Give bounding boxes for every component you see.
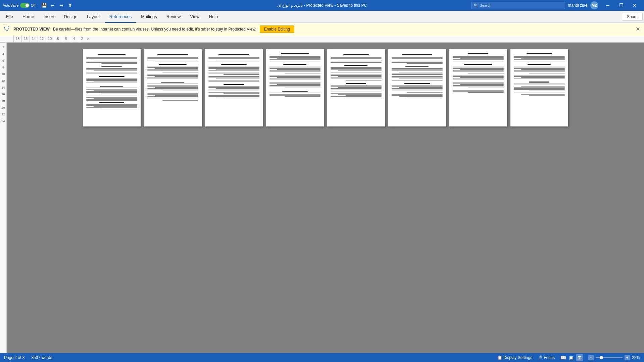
quick-access-toolbar: 💾 ↩ ↪ ⬆ bbox=[41, 2, 73, 8]
ruler-mark-18: 18 bbox=[13, 35, 21, 43]
autosave-label: AutoSave bbox=[3, 3, 19, 7]
tab-help[interactable]: Help bbox=[204, 11, 222, 23]
tab-design[interactable]: Design bbox=[59, 11, 82, 23]
title-bar: AutoSave Off 💾 ↩ ↪ ⬆ باتری و انواع آن - … bbox=[0, 0, 644, 11]
autosave-area: AutoSave Off bbox=[3, 3, 36, 8]
page-3 bbox=[205, 49, 263, 126]
page-4 bbox=[266, 49, 324, 126]
search-placeholder: Search bbox=[480, 3, 491, 7]
search-icon: 🔍 bbox=[474, 3, 478, 8]
tab-insert[interactable]: Insert bbox=[39, 11, 59, 23]
page-8-content bbox=[510, 49, 568, 100]
user-name: mahdi ziaei bbox=[568, 3, 588, 8]
ruler-mark-2: 2 bbox=[78, 35, 86, 43]
page-1-content bbox=[83, 49, 141, 114]
ruler-end-marker: ✕ bbox=[87, 37, 90, 41]
page-3-content bbox=[205, 49, 263, 104]
view-buttons: 📖 ▣ ⊞ bbox=[560, 354, 583, 361]
protected-message: Be careful—files from the Internet can c… bbox=[53, 27, 256, 32]
zoom-slider-area: − + 22% bbox=[588, 355, 640, 360]
ruler-mark-10: 10 bbox=[46, 35, 54, 43]
minimize-button[interactable]: ─ bbox=[601, 0, 614, 11]
restore-button[interactable]: ❐ bbox=[614, 0, 628, 11]
autosave-state: Off bbox=[31, 3, 36, 7]
zoom-level: 22% bbox=[632, 355, 640, 360]
page-7-content bbox=[449, 49, 507, 97]
ruler-mark-4: 4 bbox=[70, 35, 78, 43]
page-4-content bbox=[266, 49, 324, 101]
read-view-button[interactable]: 📖 bbox=[560, 354, 567, 361]
focus-button[interactable]: 🔎 Focus bbox=[538, 355, 555, 360]
status-bar: Page 2 of 8 3537 words 📋 Display Setting… bbox=[0, 353, 644, 362]
protected-label: PROTECTED VIEW bbox=[13, 27, 50, 32]
title-bar-left: AutoSave Off 💾 ↩ ↪ ⬆ bbox=[3, 2, 73, 8]
autosave-toggle[interactable] bbox=[20, 3, 30, 8]
ruler-mark-14: 14 bbox=[30, 35, 38, 43]
ruler-content: 18 16 14 12 10 8 6 4 2 bbox=[13, 35, 86, 43]
user-info: mahdi ziaei MZ bbox=[568, 1, 598, 9]
document-canvas[interactable] bbox=[7, 43, 644, 353]
web-view-button[interactable]: ⊞ bbox=[576, 354, 583, 361]
redo-icon[interactable]: ↪ bbox=[58, 2, 64, 8]
zoom-in-button[interactable]: + bbox=[625, 355, 630, 360]
zoom-out-button[interactable]: − bbox=[588, 355, 594, 360]
user-avatar[interactable]: MZ bbox=[590, 1, 598, 9]
pages-row bbox=[83, 49, 568, 126]
title-bar-right: 🔍 Search mahdi ziaei MZ ─ ❐ ✕ bbox=[471, 0, 641, 11]
tab-view[interactable]: View bbox=[185, 11, 204, 23]
page-7 bbox=[449, 49, 507, 126]
page-1 bbox=[83, 49, 141, 126]
page-8 bbox=[510, 49, 568, 126]
display-settings-button[interactable]: 📋 Display Settings bbox=[497, 355, 532, 360]
ruler-mark-6: 6 bbox=[62, 35, 70, 43]
tab-layout[interactable]: Layout bbox=[82, 11, 105, 23]
page-2 bbox=[144, 49, 202, 126]
protected-icon: 🛡 bbox=[4, 25, 10, 33]
word-count: 3537 words bbox=[31, 355, 52, 360]
save-icon[interactable]: 💾 bbox=[41, 2, 47, 8]
page-6-content bbox=[388, 49, 446, 103]
tab-review[interactable]: Review bbox=[162, 11, 186, 23]
tab-file[interactable]: File bbox=[1, 11, 18, 23]
main-area: 2 4 6 8 10 12 14 16 18 20 22 24 bbox=[0, 43, 644, 353]
tab-mailings[interactable]: Mailings bbox=[136, 11, 162, 23]
search-box[interactable]: 🔍 Search bbox=[471, 2, 565, 9]
ruler-mark-12: 12 bbox=[38, 35, 46, 43]
page-2-content bbox=[144, 49, 202, 105]
page-6 bbox=[388, 49, 446, 126]
status-right: 📋 Display Settings 🔎 Focus 📖 ▣ ⊞ − + 22% bbox=[497, 354, 640, 361]
tab-references[interactable]: References bbox=[105, 11, 136, 23]
page-5-content bbox=[327, 49, 385, 103]
page-5 bbox=[327, 49, 385, 126]
protected-close-icon[interactable]: ✕ bbox=[636, 26, 640, 32]
enable-editing-button[interactable]: Enable Editing bbox=[260, 25, 294, 33]
protected-view-bar: 🛡 PROTECTED VIEW Be careful—files from t… bbox=[0, 23, 644, 35]
close-button[interactable]: ✕ bbox=[628, 0, 641, 11]
upload-icon[interactable]: ⬆ bbox=[67, 2, 73, 8]
zoom-slider[interactable] bbox=[596, 357, 623, 358]
ribbon: File Home Insert Design Layout Reference… bbox=[0, 11, 644, 23]
print-view-button[interactable]: ▣ bbox=[568, 354, 575, 361]
ribbon-tabs: File Home Insert Design Layout Reference… bbox=[0, 11, 644, 23]
ruler: 18 16 14 12 10 8 6 4 2 ✕ bbox=[0, 35, 644, 43]
undo-icon[interactable]: ↩ bbox=[50, 2, 56, 8]
page-info: Page 2 of 8 bbox=[4, 355, 24, 360]
window-controls: ─ ❐ ✕ bbox=[601, 0, 641, 11]
zoom-thumb bbox=[600, 356, 603, 359]
ruler-mark-16: 16 bbox=[21, 35, 30, 43]
tab-home[interactable]: Home bbox=[18, 11, 39, 23]
left-ruler: 2 4 6 8 10 12 14 16 18 20 22 24 bbox=[0, 43, 7, 353]
ruler-mark-8: 8 bbox=[54, 35, 62, 43]
share-button[interactable]: Share bbox=[622, 13, 643, 21]
document-title: باتری و انواع آن - Protected View - Save… bbox=[277, 3, 367, 8]
